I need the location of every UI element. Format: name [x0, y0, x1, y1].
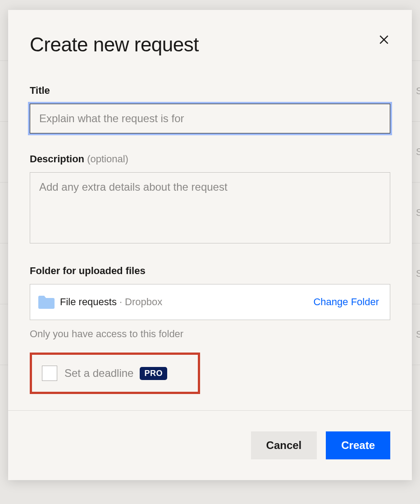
folder-name: File requests [60, 296, 117, 308]
bg-row-text: Su [416, 207, 420, 219]
deadline-checkbox[interactable] [42, 366, 57, 381]
folder-label: Folder for uploaded files [30, 265, 390, 277]
description-input[interactable] [30, 172, 390, 243]
modal-footer: Cancel Create [8, 410, 412, 480]
deadline-label: Set a deadline [64, 367, 133, 380]
cancel-button[interactable]: Cancel [251, 431, 317, 459]
folder-access-note: Only you have access to this folder [30, 328, 390, 340]
folder-field-group: Folder for uploaded files File requests … [30, 265, 390, 340]
description-field-group: Description (optional) [30, 153, 390, 245]
close-icon [378, 34, 390, 46]
deadline-highlight-box: Set a deadline PRO [30, 353, 200, 394]
close-button[interactable] [376, 32, 392, 48]
bg-row-text: Su [416, 268, 420, 279]
folder-icon [37, 294, 55, 310]
create-button[interactable]: Create [326, 431, 390, 459]
bg-row-text: Su [416, 85, 420, 97]
description-optional-suffix: (optional) [87, 153, 128, 165]
title-label: Title [30, 85, 390, 96]
folder-selector: File requests · Dropbox Change Folder [30, 284, 390, 320]
change-folder-button[interactable]: Change Folder [313, 296, 379, 308]
bg-row-text: Su [416, 146, 420, 158]
title-input[interactable] [30, 104, 390, 133]
create-request-modal: Create new request Title Description (op… [8, 10, 412, 480]
bg-row-text: Su [416, 329, 420, 340]
description-label-text: Description [30, 153, 84, 165]
title-field-group: Title [30, 85, 390, 133]
modal-title: Create new request [30, 33, 390, 56]
description-label: Description (optional) [30, 153, 390, 165]
folder-separator: · [119, 296, 122, 308]
pro-badge: PRO [140, 367, 167, 380]
folder-location: Dropbox [125, 296, 162, 308]
